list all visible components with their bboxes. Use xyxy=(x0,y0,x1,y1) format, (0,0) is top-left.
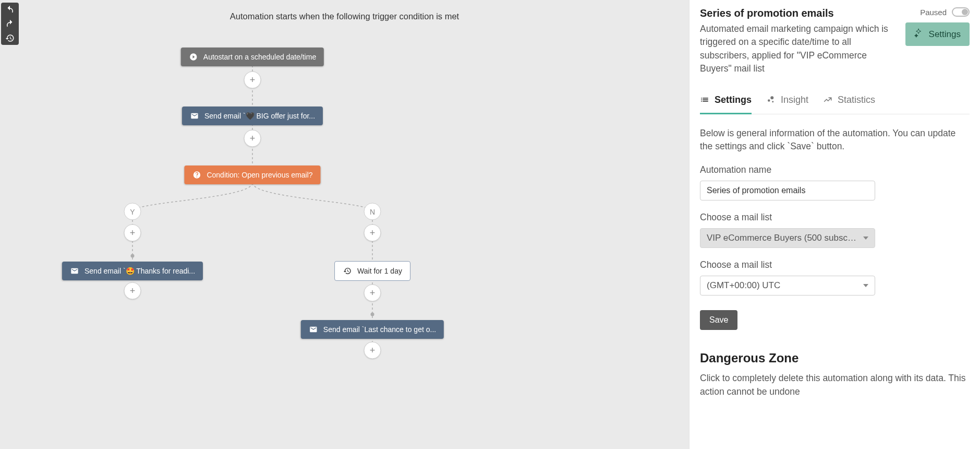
tabs: Settings Insight Statistics xyxy=(700,90,970,114)
automation-name-label: Automation name xyxy=(700,164,970,175)
flow-canvas[interactable]: Automation starts when the following tri… xyxy=(0,0,689,449)
svg-point-5 xyxy=(772,101,773,102)
paused-label: Paused xyxy=(920,8,947,17)
history-icon xyxy=(343,266,352,276)
settings-button[interactable]: Settings xyxy=(905,22,970,46)
chevron-down-icon xyxy=(863,237,868,240)
panel-description: Automated email marketing campaign which… xyxy=(700,22,896,76)
email-node-1[interactable]: Send email `🖤 BIG offer just for... xyxy=(182,107,323,125)
email-node-yes-label: Send email `🤩 Thanks for readi... xyxy=(84,267,195,275)
add-step-button[interactable]: + xyxy=(364,285,381,302)
svg-point-3 xyxy=(768,99,770,102)
timezone-label: Choose a mail list xyxy=(700,259,970,270)
bubble-chart-icon xyxy=(766,95,776,104)
settings-panel: Series of promotion emails Paused Automa… xyxy=(689,0,980,449)
condition-node[interactable]: Condition: Open previous email? xyxy=(184,166,320,184)
email-node-no-label: Send email `Last chance to get o... xyxy=(323,325,436,334)
tab-statistics[interactable]: Statistics xyxy=(823,90,875,114)
danger-zone-text: Click to completely delete this automati… xyxy=(700,372,970,398)
danger-zone-title: Dangerous Zone xyxy=(700,351,970,365)
add-step-button[interactable]: + xyxy=(364,224,381,242)
envelope-icon xyxy=(70,266,79,276)
email-node-no[interactable]: Send email `Last chance to get o... xyxy=(301,320,444,339)
envelope-icon xyxy=(190,111,199,121)
question-circle-icon xyxy=(192,170,201,180)
add-step-button[interactable]: + xyxy=(124,282,141,300)
trigger-node[interactable]: Autostart on a scheduled date/time xyxy=(181,48,324,66)
tab-statistics-label: Statistics xyxy=(838,94,875,105)
chevron-down-icon xyxy=(863,284,868,287)
email-node-1-label: Send email `🖤 BIG offer just for... xyxy=(204,112,315,120)
history-icon xyxy=(5,33,15,43)
branch-yes: Y xyxy=(124,203,141,220)
pause-toggle[interactable] xyxy=(952,7,970,17)
canvas-title: Automation starts when the following tri… xyxy=(0,11,689,21)
panel-title: Series of promotion emails xyxy=(700,7,834,19)
tab-insight[interactable]: Insight xyxy=(766,90,808,114)
automation-name-input[interactable] xyxy=(700,181,875,200)
envelope-icon xyxy=(309,325,318,334)
add-step-button[interactable]: + xyxy=(244,72,261,89)
history-button[interactable] xyxy=(1,31,19,45)
add-step-button[interactable]: + xyxy=(124,224,141,242)
add-step-button[interactable]: + xyxy=(364,342,381,359)
tab-settings-label: Settings xyxy=(715,94,752,105)
tab-insight-label: Insight xyxy=(781,94,808,105)
save-button[interactable]: Save xyxy=(700,310,737,330)
add-step-button[interactable]: + xyxy=(244,130,261,147)
history-toolbar xyxy=(1,3,19,45)
sparkle-icon xyxy=(914,28,924,40)
paused-status: Paused xyxy=(920,7,970,17)
trend-icon xyxy=(823,95,832,104)
panel-header: Series of promotion emails Paused xyxy=(700,7,970,19)
redo-icon xyxy=(5,19,15,29)
maillist-value: VIP eCommerce Buyers (500 subscrib... xyxy=(707,233,858,243)
branch-no: N xyxy=(364,203,381,220)
email-node-yes[interactable]: Send email `🤩 Thanks for readi... xyxy=(62,262,203,280)
connector-dot xyxy=(371,313,374,316)
play-circle-icon xyxy=(189,52,198,62)
undo-icon xyxy=(5,5,15,15)
condition-label: Condition: Open previous email? xyxy=(207,171,312,179)
maillist-label: Choose a mail list xyxy=(700,212,970,223)
trigger-label: Autostart on a scheduled date/time xyxy=(203,53,316,61)
wait-node-label: Wait for 1 day xyxy=(357,267,402,275)
timezone-select[interactable]: (GMT+00:00) UTC xyxy=(700,276,875,296)
svg-point-4 xyxy=(770,96,773,99)
undo-button[interactable] xyxy=(1,3,19,17)
list-icon xyxy=(700,95,709,104)
timezone-value: (GMT+00:00) UTC xyxy=(707,280,858,291)
flow-container: Autostart on a scheduled date/time + Sen… xyxy=(0,21,689,429)
maillist-select[interactable]: VIP eCommerce Buyers (500 subscrib... xyxy=(700,228,875,248)
panel-info-text: Below is general information of the auto… xyxy=(700,127,970,153)
tab-settings[interactable]: Settings xyxy=(700,90,752,114)
redo-button[interactable] xyxy=(1,17,19,31)
connector-dot xyxy=(131,254,135,258)
settings-button-label: Settings xyxy=(929,29,961,40)
wait-node[interactable]: Wait for 1 day xyxy=(334,261,410,281)
